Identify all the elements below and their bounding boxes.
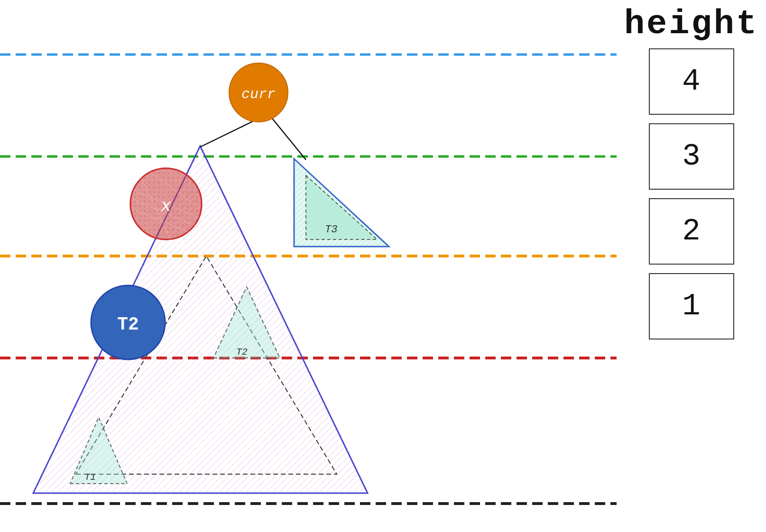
diagram-svg: T3 T2 T1 x T2 curr xyxy=(0,0,617,532)
right-panel: height 4 3 2 1 xyxy=(617,0,766,532)
height-value-4: 4 xyxy=(682,64,700,99)
height-box-3: 3 xyxy=(649,123,734,190)
height-value-1: 1 xyxy=(682,289,700,323)
t2-small-label: T2 xyxy=(236,347,248,358)
t2-circle-label: T2 xyxy=(117,314,139,335)
height-box-4: 4 xyxy=(649,48,734,115)
edge-curr-left xyxy=(200,119,258,147)
x-node-label: x xyxy=(160,197,171,216)
t1-small-label: T1 xyxy=(84,472,96,483)
height-heading: height xyxy=(624,5,758,44)
t3-inner-triangle xyxy=(306,175,377,239)
height-value-2: 2 xyxy=(682,214,700,248)
edge-curr-right xyxy=(270,116,306,160)
curr-node-label: curr xyxy=(241,86,276,102)
height-box-1: 1 xyxy=(649,273,734,339)
height-box-2: 2 xyxy=(649,198,734,265)
t3-label: T3 xyxy=(325,224,337,236)
height-value-3: 3 xyxy=(682,139,700,174)
